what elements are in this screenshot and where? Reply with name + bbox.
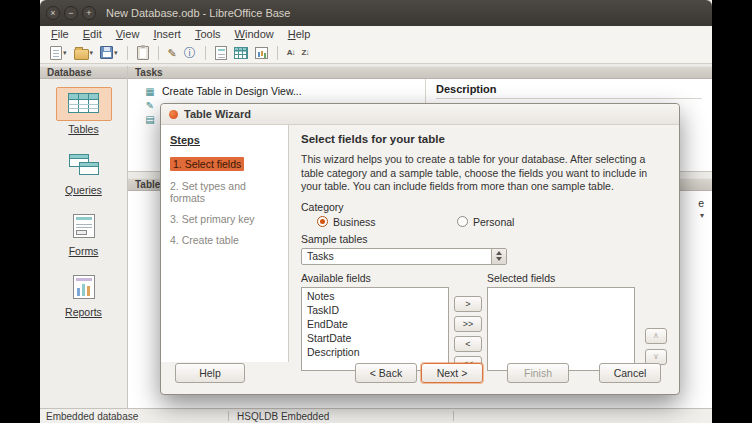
sidebar-item-label: Reports bbox=[65, 306, 102, 318]
sidebar-item-label: Queries bbox=[65, 184, 102, 196]
wizard-steps-pane: Steps 1. Select fields 2. Set types and … bbox=[161, 125, 289, 362]
sample-tables-combobox[interactable]: Tasks bbox=[301, 248, 507, 265]
radio-personal[interactable]: Personal bbox=[457, 216, 597, 228]
info-button[interactable]: ⓘ bbox=[182, 45, 198, 61]
reports-icon bbox=[56, 270, 112, 304]
finish-button[interactable]: Finish bbox=[507, 363, 569, 383]
combobox-dropdown-button[interactable] bbox=[491, 249, 506, 264]
save-icon bbox=[100, 46, 113, 59]
report-button[interactable] bbox=[253, 46, 270, 60]
wizard-description: This wizard helps you to create a table … bbox=[301, 153, 667, 194]
sort-descending-button[interactable]: Z↓ bbox=[300, 45, 311, 61]
task-item-create-table-design[interactable]: ▦ Create Table in Design View... bbox=[144, 84, 425, 98]
menu-item-view[interactable]: View bbox=[109, 27, 147, 42]
app-window: × − + New Database.odb - LibreOffice Bas… bbox=[40, 0, 712, 423]
report-icon bbox=[255, 47, 268, 59]
sidebar-item-tables[interactable]: Tables bbox=[52, 87, 116, 135]
menu-item-tools[interactable]: Tools bbox=[188, 27, 228, 42]
save-button[interactable]: ▾ bbox=[98, 45, 120, 60]
menubar: File Edit View Insert Tools Window Help bbox=[40, 26, 712, 42]
move-one-right-button[interactable]: > bbox=[454, 296, 482, 312]
dialog-body: Steps 1. Select fields 2. Set types and … bbox=[161, 125, 679, 362]
step-select-fields[interactable]: 1. Select fields bbox=[170, 157, 244, 171]
window-title: New Database.odb - LibreOffice Base bbox=[106, 7, 290, 19]
cancel-button[interactable]: Cancel bbox=[599, 363, 661, 383]
toolbar: ▾ ▾ ▾ ✎ ⓘ bbox=[40, 42, 712, 64]
reorder-buttons: ∧ ∨ bbox=[645, 272, 667, 365]
preview-dropdown[interactable]: e ▾ bbox=[698, 197, 704, 220]
menu-item-file[interactable]: File bbox=[44, 27, 76, 42]
next-button[interactable]: Next > bbox=[421, 363, 483, 383]
list-item[interactable]: EndDate bbox=[302, 317, 448, 331]
selected-fields-listbox[interactable] bbox=[487, 287, 635, 371]
forms-icon bbox=[56, 209, 112, 243]
minimize-button[interactable]: − bbox=[64, 6, 78, 20]
new-document-icon bbox=[50, 46, 62, 60]
maximize-button[interactable]: + bbox=[82, 6, 96, 20]
toolbar-separator bbox=[127, 46, 128, 60]
open-folder-icon bbox=[74, 49, 89, 60]
paste-button[interactable] bbox=[135, 45, 151, 61]
sidebar-item-forms[interactable]: Forms bbox=[52, 209, 116, 257]
database-panel-header: Database bbox=[40, 66, 127, 79]
spin-down-icon bbox=[496, 257, 502, 261]
move-one-left-button[interactable]: < bbox=[454, 336, 482, 352]
dialog-icon bbox=[169, 110, 178, 119]
table-button[interactable] bbox=[232, 46, 250, 60]
step-set-types[interactable]: 2. Set types and formats bbox=[170, 180, 279, 204]
radio-business[interactable]: Business bbox=[317, 216, 457, 228]
preview-dropdown-label: e bbox=[698, 197, 704, 209]
paste-icon bbox=[137, 46, 149, 60]
radio-label: Business bbox=[333, 216, 376, 228]
chevron-down-icon: ▾ bbox=[63, 49, 67, 57]
tables-icon bbox=[56, 87, 112, 121]
menu-item-insert[interactable]: Insert bbox=[146, 27, 188, 42]
category-label: Category bbox=[301, 201, 667, 213]
close-button[interactable]: × bbox=[46, 6, 60, 20]
form-button[interactable] bbox=[213, 45, 229, 61]
sidebar-item-reports[interactable]: Reports bbox=[52, 270, 116, 318]
sidebar-items: Tables Queries bbox=[40, 79, 127, 318]
status-database-engine: HSQLDB Embedded bbox=[229, 411, 453, 422]
sidebar-item-queries[interactable]: Queries bbox=[52, 148, 116, 196]
toolbar-separator bbox=[277, 46, 278, 60]
menu-item-help[interactable]: Help bbox=[281, 27, 318, 42]
radio-selected-icon bbox=[317, 216, 328, 227]
selected-fields-column: Selected fields bbox=[487, 272, 635, 371]
table-wizard-dialog: Table Wizard Steps 1. Select fields 2. S… bbox=[160, 103, 680, 395]
sidebar-item-label: Tables bbox=[68, 123, 98, 135]
toolbar-separator bbox=[158, 46, 159, 60]
form-icon bbox=[215, 46, 227, 60]
available-fields-label: Available fields bbox=[301, 272, 449, 284]
back-button[interactable]: < Back bbox=[355, 363, 417, 383]
new-document-button[interactable]: ▾ bbox=[48, 45, 69, 61]
help-button[interactable]: Help bbox=[175, 363, 245, 383]
category-options: Business Personal bbox=[301, 216, 667, 228]
database-sidebar: Database bbox=[40, 66, 128, 408]
info-icon: ⓘ bbox=[184, 46, 196, 60]
menu-item-edit[interactable]: Edit bbox=[76, 27, 109, 42]
dialog-titlebar[interactable]: Table Wizard bbox=[161, 104, 679, 125]
sort-ascending-button[interactable]: A↓ bbox=[285, 45, 297, 61]
move-field-up-button[interactable]: ∧ bbox=[645, 328, 667, 344]
available-fields-listbox[interactable]: Notes TaskID EndDate StartDate Descripti… bbox=[301, 287, 449, 371]
edit-icon: ✎ bbox=[168, 46, 177, 60]
status-database-type: Embedded database bbox=[46, 411, 228, 422]
wizard-content-pane: Select fields for your table This wizard… bbox=[289, 125, 679, 362]
edit-button[interactable]: ✎ bbox=[166, 45, 179, 61]
menu-item-window[interactable]: Window bbox=[228, 27, 281, 42]
list-item[interactable]: TaskID bbox=[302, 303, 448, 317]
sidebar-item-label: Forms bbox=[69, 245, 99, 257]
open-button[interactable]: ▾ bbox=[72, 45, 96, 61]
window-controls: × − + bbox=[46, 6, 96, 20]
list-item[interactable]: Description bbox=[302, 345, 448, 359]
move-all-right-button[interactable]: >> bbox=[454, 316, 482, 332]
step-create-table[interactable]: 4. Create table bbox=[170, 234, 239, 246]
list-item[interactable]: StartDate bbox=[302, 331, 448, 345]
step-set-primary-key[interactable]: 3. Set primary key bbox=[170, 213, 255, 225]
selected-fields-label: Selected fields bbox=[487, 272, 635, 284]
chevron-down-icon: ▾ bbox=[90, 49, 94, 57]
list-item[interactable]: Notes bbox=[302, 289, 448, 303]
available-fields-column: Available fields Notes TaskID EndDate St… bbox=[301, 272, 449, 371]
queries-icon bbox=[56, 148, 112, 182]
